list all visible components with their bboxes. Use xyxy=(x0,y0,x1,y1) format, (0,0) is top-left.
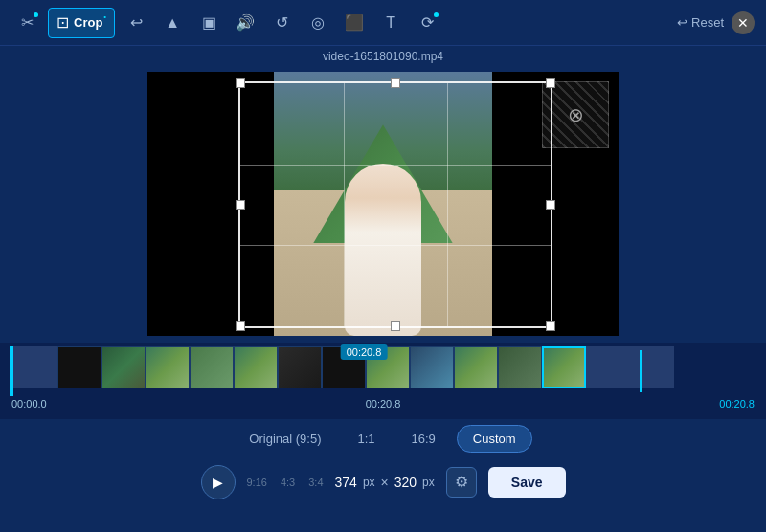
playhead-line[interactable] xyxy=(640,350,642,392)
preset-16-9[interactable]: 16:9 xyxy=(396,426,451,452)
ghost-thumb-right xyxy=(586,346,630,388)
timeline-timestamps: 00:00.0 00:20.8 00:20.8 xyxy=(0,396,766,411)
crop-tool-icon[interactable]: ⊡ Crop • xyxy=(48,8,115,38)
timestamp-end: 00:20.8 xyxy=(719,398,755,410)
height-unit: px xyxy=(422,476,435,489)
export-video-icon[interactable]: ⬛ xyxy=(339,8,370,38)
ghost-thumb-left xyxy=(13,346,57,388)
timeline-track[interactable] xyxy=(13,346,766,388)
timeline-thumb xyxy=(278,346,322,388)
timeline-thumb xyxy=(410,346,454,388)
preset-custom[interactable]: Custom xyxy=(457,425,532,453)
size-separator: × xyxy=(381,475,389,490)
person xyxy=(345,164,421,336)
ghost-thumb-right2 xyxy=(630,346,674,388)
crop-height[interactable]: 320 xyxy=(394,475,417,490)
timeline-thumb xyxy=(234,346,278,388)
timeline-start-indicator xyxy=(10,346,13,396)
flip-icon[interactable]: ▲ xyxy=(157,8,188,38)
cut-tool-icon[interactable]: ✂ xyxy=(11,8,42,38)
frame-icon[interactable]: ▣ xyxy=(193,8,224,38)
more-ratios: 9:16 4:3 3:4 xyxy=(247,477,324,488)
preset-original[interactable]: Original (9:5) xyxy=(234,426,336,452)
toolbar: ✂ ⊡ Crop • ↩ ▲ ▣ 🔊 ↺ ◎ ⬛ T ⟳ ↩ Reset ✕ xyxy=(0,0,766,46)
crop-label: Crop xyxy=(74,15,102,30)
toolbar-right: ↩ Reset ✕ xyxy=(677,11,755,34)
audio-icon[interactable]: 🔊 xyxy=(230,8,260,38)
timeline-thumb xyxy=(146,346,190,388)
undo-icon[interactable]: ↩ xyxy=(121,8,151,38)
close-button[interactable]: ✕ xyxy=(732,11,755,34)
bottom-controls: Original (9:5) 1:1 16:9 Custom ▶ 9:16 4:… xyxy=(0,419,766,505)
watermark: ⊗ xyxy=(542,81,609,148)
timeline-thumb xyxy=(542,346,586,388)
motion-icon[interactable]: ⟳ xyxy=(412,8,442,38)
text-icon[interactable]: T xyxy=(375,8,406,38)
crop-presets: Original (9:5) 1:1 16:9 Custom xyxy=(234,425,531,453)
video-frame-content xyxy=(274,72,492,336)
overlay-icon[interactable]: ◎ xyxy=(303,8,333,38)
video-canvas: ⊗ xyxy=(147,72,619,336)
bottom-row: ▶ 9:16 4:3 3:4 374 px × 320 px ⚙ Save xyxy=(10,465,756,499)
save-button[interactable]: Save xyxy=(488,467,566,498)
width-unit: px xyxy=(363,476,375,489)
video-left-black xyxy=(147,72,274,336)
playhead-tooltip: 00:20.8 xyxy=(341,344,388,360)
timestamp-start: 00:00.0 xyxy=(11,398,47,410)
timestamp-mid: 00:20.8 xyxy=(366,398,401,410)
play-button[interactable]: ▶ xyxy=(201,465,236,499)
crop-width[interactable]: 374 xyxy=(335,475,357,490)
timeline-thumb xyxy=(190,346,234,388)
timeline-thumb xyxy=(101,346,146,388)
filename: video-1651801090.mp4 xyxy=(323,50,443,63)
timeline-thumb xyxy=(57,346,101,388)
size-input-group: 374 px × 320 px xyxy=(335,475,435,490)
timeline-thumb xyxy=(454,346,498,388)
settings-button[interactable]: ⚙ xyxy=(446,467,477,498)
reset-button[interactable]: ↩ Reset xyxy=(677,15,724,30)
timeline: 00:20.8 00:00.0 xyxy=(0,343,766,419)
timeline-thumb xyxy=(498,346,542,388)
video-right-black: ⊗ xyxy=(492,72,619,336)
preset-1-1[interactable]: 1:1 xyxy=(342,426,390,452)
video-area: ⊗ xyxy=(0,65,766,343)
filename-bar: video-1651801090.mp4 xyxy=(0,46,766,65)
speed-icon[interactable]: ↺ xyxy=(266,8,297,38)
